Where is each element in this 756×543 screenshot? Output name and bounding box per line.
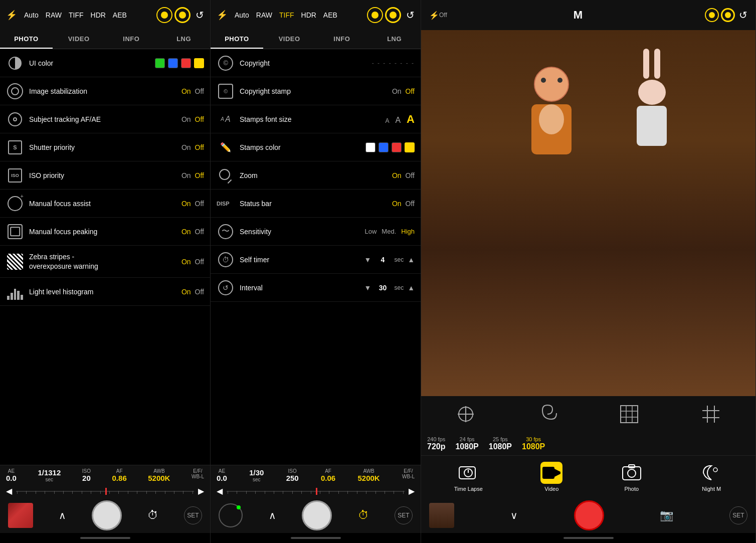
mode-auto-2[interactable]: Auto — [235, 11, 249, 19]
mode-aeb-2[interactable]: AEB — [323, 11, 337, 19]
status-shutter-1[interactable]: 1/1312 sec — [38, 468, 61, 482]
subject-tracking-off[interactable]: Off — [195, 115, 204, 123]
slider-right-2[interactable]: ▶ — [409, 486, 415, 496]
status-bar-on[interactable]: On — [392, 200, 402, 208]
manual-focus-peaking-on[interactable]: On — [181, 228, 191, 236]
status-af-2[interactable]: AF 0.06 — [321, 468, 335, 482]
font-size-small[interactable]: A — [385, 117, 389, 124]
iso-priority-on[interactable]: On — [181, 171, 191, 179]
set-button-1[interactable]: SET — [184, 506, 202, 524]
timer-icon-1[interactable]: ⏱ — [147, 509, 158, 522]
interval-down[interactable]: ▼ — [364, 284, 371, 292]
shutter-button-1[interactable] — [92, 500, 122, 530]
grid3x3-icon[interactable] — [619, 404, 639, 424]
interval-up[interactable]: ▲ — [408, 284, 415, 292]
camera-still-icon[interactable]: 📷 — [660, 509, 673, 522]
capture-mode-timelapse[interactable]: Time Lapse — [454, 462, 483, 492]
font-size-large[interactable]: A — [407, 113, 415, 126]
set-button-3[interactable]: SET — [729, 506, 747, 524]
sensitivity-high[interactable]: High — [401, 228, 415, 235]
mode-tiff-1[interactable]: TIFF — [69, 11, 84, 19]
manual-focus-peaking-off[interactable]: Off — [195, 228, 204, 236]
image-stabilization-off[interactable]: Off — [195, 87, 204, 95]
copyright-stamp-on[interactable]: On — [392, 87, 402, 95]
shutter-priority-on[interactable]: On — [181, 143, 191, 151]
mode-hdr-1[interactable]: HDR — [91, 11, 106, 19]
flash-icon-3[interactable]: ⚡ — [429, 11, 439, 20]
copyright-stamp-off[interactable]: Off — [406, 87, 415, 95]
status-shutter-2[interactable]: 1/30 sec — [249, 468, 264, 482]
slider-right-1[interactable]: ▶ — [198, 486, 204, 496]
tab-lng-1[interactable]: LNG — [157, 30, 210, 49]
status-ef-1[interactable]: E/F/ WB-L — [192, 468, 204, 479]
timer-icon-2[interactable]: ⏱ — [358, 509, 369, 522]
status-ae-1[interactable]: AE 0.0 — [6, 468, 17, 482]
histogram-off[interactable]: Off — [195, 288, 204, 296]
mode-hdr-2[interactable]: HDR — [301, 11, 316, 19]
histogram-on[interactable]: On — [181, 288, 191, 296]
status-awb-2[interactable]: AWB 5200K — [357, 468, 380, 482]
slider-track-1[interactable] — [16, 491, 194, 492]
shutter-priority-off[interactable]: Off — [195, 143, 204, 151]
flash-icon-1[interactable]: ⚡ — [6, 10, 17, 21]
chevron-up-1[interactable]: ∧ — [59, 509, 66, 521]
mode-aeb-1[interactable]: AEB — [113, 11, 127, 19]
iso-priority-off[interactable]: Off — [195, 171, 204, 179]
tab-lng-2[interactable]: LNG — [368, 30, 421, 49]
dual-circle-2[interactable] — [367, 7, 401, 23]
swatch-yellow[interactable] — [194, 58, 204, 68]
chevron-up-2[interactable]: ∧ — [269, 509, 276, 521]
spiral-icon[interactable] — [537, 404, 557, 424]
tab-photo-2[interactable]: PHOTO — [211, 30, 263, 49]
capture-mode-photo[interactable]: Photo — [621, 462, 643, 492]
zebra-stripes-on[interactable]: On — [181, 258, 191, 266]
stamp-swatch-red[interactable] — [392, 142, 402, 152]
status-iso-1[interactable]: ISO 20 — [82, 468, 91, 482]
zebra-stripes-off[interactable]: Off — [195, 258, 204, 266]
swatch-green[interactable] — [155, 58, 165, 68]
manual-focus-assist-on[interactable]: On — [181, 200, 191, 208]
stamp-swatch-white[interactable] — [365, 142, 375, 152]
crosshair-icon[interactable] — [456, 404, 476, 424]
video-mode-1080p-24[interactable]: 24 fps 1080P — [455, 436, 478, 451]
video-mode-1080p-30[interactable]: 30 fps 1080P — [522, 436, 545, 451]
swatch-blue[interactable] — [168, 58, 178, 68]
slider-track-2[interactable] — [227, 491, 405, 492]
sensitivity-low[interactable]: Low — [364, 228, 376, 235]
capture-mode-video[interactable]: Video — [540, 462, 562, 492]
status-bar-off[interactable]: Off — [406, 200, 415, 208]
dual-circle-1[interactable] — [156, 7, 191, 23]
mode-auto-1[interactable]: Auto — [24, 11, 39, 19]
tab-info-1[interactable]: INFO — [105, 30, 158, 49]
self-timer-down[interactable]: ▼ — [364, 256, 371, 264]
status-awb-1[interactable]: AWB 5200K — [148, 468, 170, 482]
font-size-medium[interactable]: A — [395, 116, 401, 125]
flash-icon-2[interactable]: ⚡ — [217, 10, 228, 21]
thumbnail-3[interactable] — [429, 503, 454, 528]
shutter-button-2[interactable] — [302, 500, 332, 530]
sensitivity-med[interactable]: Med. — [382, 228, 396, 235]
mode-raw-2[interactable]: RAW — [256, 11, 272, 19]
tab-info-2[interactable]: INFO — [316, 30, 368, 49]
thumbnail-1[interactable] — [8, 503, 33, 528]
status-iso-2[interactable]: ISO 250 — [286, 468, 299, 482]
mode-raw-1[interactable]: RAW — [46, 11, 62, 19]
rotate-icon-2[interactable]: ↺ — [406, 9, 415, 21]
tab-photo-1[interactable]: PHOTO — [0, 30, 53, 49]
rotate-icon-1[interactable]: ↺ — [196, 9, 204, 21]
self-timer-up[interactable]: ▲ — [408, 256, 415, 264]
circle-indicator-2[interactable] — [219, 503, 243, 527]
chevron-down-3[interactable]: ∨ — [510, 509, 518, 521]
zoom-on[interactable]: On — [392, 171, 402, 179]
tab-video-2[interactable]: VIDEO — [263, 30, 316, 49]
slider-left-1[interactable]: ◀ — [6, 486, 12, 496]
tab-video-1[interactable]: VIDEO — [53, 30, 105, 49]
rotate-icon-3[interactable]: ↺ — [739, 9, 747, 21]
stamp-swatch-yellow[interactable] — [405, 142, 415, 152]
video-mode-720p[interactable]: 240 fps 720p — [427, 436, 445, 451]
hash-grid-icon[interactable] — [701, 404, 721, 424]
status-af-1[interactable]: AF 0.86 — [112, 468, 127, 482]
capture-mode-night[interactable]: Night M — [700, 462, 722, 492]
video-mode-1080p-25[interactable]: 25 fps 1080P — [489, 436, 512, 451]
mode-tiff-2[interactable]: TIFF — [279, 11, 294, 19]
